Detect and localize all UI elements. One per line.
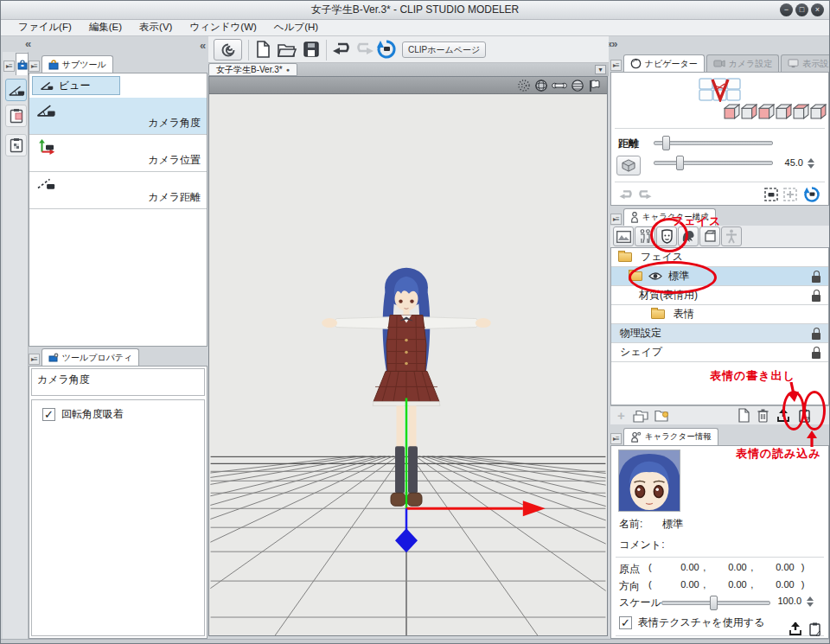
part-pose-button[interactable] <box>721 226 742 246</box>
redo-button[interactable] <box>354 41 375 61</box>
scale-spinner[interactable] <box>807 596 814 607</box>
reset-view-icon[interactable] <box>803 186 820 203</box>
snap-rotation-checkbox[interactable]: ✓ <box>42 408 55 421</box>
maximize-button[interactable]: □ <box>795 3 808 16</box>
view-cube-top[interactable] <box>793 104 809 119</box>
lock-icon[interactable] <box>812 347 821 359</box>
new-folder-icon[interactable] <box>633 409 649 423</box>
tree-item-shape[interactable]: シェイプ <box>611 343 828 362</box>
tab-character-info[interactable]: キャラクター情報 <box>623 428 718 445</box>
subtool-tab[interactable]: サブツール <box>42 55 113 73</box>
menu-window[interactable]: ウィンドウ(W) <box>181 20 265 35</box>
export-info-icon[interactable] <box>788 622 802 636</box>
view-cube-bottom[interactable] <box>810 104 827 119</box>
subtool-item-camera-angle[interactable]: カメラ角度 <box>29 98 207 135</box>
fov-spinner[interactable] <box>808 158 814 169</box>
minimize-button[interactable]: − <box>780 3 793 16</box>
delete-trash-icon[interactable] <box>757 408 769 423</box>
clip-homepage-button[interactable]: CLIPホームページ <box>402 41 486 58</box>
snap-rotation-row[interactable]: ✓ 回転角度吸着 <box>42 407 124 422</box>
nav-undo-icon[interactable] <box>618 188 634 201</box>
perspective-toggle-button[interactable] <box>616 156 641 175</box>
perspective-cube-icon <box>622 159 635 172</box>
tool-property-tab[interactable]: ツールプロパティ <box>42 348 140 366</box>
tree-item-physics[interactable]: 物理設定 <box>611 324 828 343</box>
part-image-button[interactable] <box>613 226 634 246</box>
bone-icon[interactable] <box>552 80 567 92</box>
menu-file[interactable]: ファイル(F) <box>10 20 80 35</box>
annotation-standard-circle <box>629 261 717 294</box>
tool-panel-menu-icon[interactable]: ▸≡ <box>3 61 15 72</box>
navigator-panel-menu-icon[interactable]: ▸≡ <box>610 60 622 71</box>
lock-icon[interactable] <box>812 271 821 283</box>
wireframe-globe-icon[interactable] <box>534 79 548 92</box>
menu-view[interactable]: 表示(V) <box>131 20 181 35</box>
subtool-group-view[interactable]: ビュー <box>32 76 120 95</box>
app-window: 女子学生B-Ver.3* - CLIP STUDIO MODELER − □ ×… <box>0 0 830 644</box>
origin-y: 0.00 <box>710 562 747 577</box>
tool-camera-angle[interactable] <box>5 79 27 101</box>
camera-direction-widget[interactable] <box>699 78 742 102</box>
subtool-list: ビュー カメラ角度 カメラ位置 カメラ距離 <box>29 73 208 347</box>
document-tab[interactable]: 女子学生B-Ver.3* ● <box>208 63 297 76</box>
scale-slider-thumb[interactable] <box>710 596 718 610</box>
3d-canvas[interactable] <box>209 94 607 635</box>
new-item-page-icon[interactable] <box>737 408 750 423</box>
zoom-fit-icon[interactable] <box>782 187 798 202</box>
scale-value[interactable]: 100.0 <box>770 596 801 606</box>
viewport[interactable] <box>208 76 608 636</box>
import-info-icon[interactable] <box>808 622 822 636</box>
tool-palette-tab[interactable] <box>16 53 29 75</box>
fit-camera-icon[interactable] <box>763 187 779 202</box>
dotted-sphere-icon[interactable] <box>517 79 531 92</box>
collapse-toolbar-icon[interactable]: « <box>200 39 205 52</box>
reset-camera-button[interactable] <box>376 39 397 63</box>
character-info-body: 名前: 標準 コメント: 原点 ( 0.00, 0.00, 0.00 ) 方向 … <box>610 445 829 639</box>
tab-display-settings[interactable]: 表示設定 <box>781 54 830 72</box>
save-button[interactable] <box>302 40 321 62</box>
expression-texture-checkbox[interactable]: ✓ <box>619 616 632 629</box>
view-cube-left[interactable] <box>776 104 792 119</box>
undo-button[interactable] <box>331 41 352 61</box>
clip-logo-button[interactable] <box>214 39 242 61</box>
folder-icon <box>618 252 632 262</box>
view-cube-back[interactable] <box>758 104 775 119</box>
new-file-button[interactable] <box>253 40 272 62</box>
fov-value[interactable]: 45.0 <box>769 157 803 168</box>
part-accessory-button[interactable] <box>699 226 720 246</box>
nav-redo-icon[interactable] <box>637 188 653 201</box>
lock-icon[interactable] <box>812 290 821 302</box>
collapse-left-dock-icon[interactable]: « <box>25 37 30 50</box>
tool-object-list[interactable] <box>5 105 27 127</box>
menu-edit[interactable]: 編集(E) <box>80 20 131 35</box>
tool-material-list[interactable] <box>5 134 27 156</box>
subtool-panel-menu-icon[interactable]: ▸≡ <box>29 61 40 72</box>
distance-slider[interactable] <box>654 141 773 145</box>
tab-navigator[interactable]: ナビゲーター <box>623 54 705 72</box>
subtool-item-camera-position[interactable]: カメラ位置 <box>29 135 207 172</box>
lock-icon[interactable] <box>812 328 821 340</box>
toolprop-panel-menu-icon[interactable]: ▸≡ <box>29 354 40 365</box>
close-button[interactable]: × <box>811 3 824 16</box>
scale-slider[interactable] <box>661 601 770 605</box>
material-sphere-icon[interactable] <box>571 79 584 92</box>
tab-list-dropdown[interactable]: ▾ <box>595 65 606 74</box>
view-cube-right[interactable] <box>741 104 757 119</box>
menu-help[interactable]: ヘルプ(H) <box>265 20 327 35</box>
flag-icon[interactable] <box>588 79 602 92</box>
tab-camera-settings[interactable]: カメラ設定 <box>706 54 780 72</box>
structure-panel-menu-icon[interactable]: ▸≡ <box>610 214 622 225</box>
subtool-item-camera-distance[interactable]: カメラ距離 <box>29 172 207 209</box>
add-item-icon[interactable]: + <box>617 411 625 421</box>
info-panel-menu-icon[interactable]: ▸≡ <box>610 433 622 444</box>
clipboard-checker-icon <box>10 137 23 153</box>
fov-slider-thumb[interactable] <box>676 156 684 170</box>
view-cube-front[interactable] <box>724 104 740 119</box>
fov-slider[interactable] <box>654 161 773 165</box>
distance-slider-thumb[interactable] <box>662 136 670 150</box>
open-file-button[interactable] <box>277 40 297 62</box>
new-folder-badge-icon[interactable] <box>654 409 670 423</box>
image-icon <box>616 231 631 243</box>
tree-item-expression[interactable]: 表情 <box>611 305 828 324</box>
expression-texture-row[interactable]: ✓ 表情テクスチャを使用する <box>619 615 764 630</box>
